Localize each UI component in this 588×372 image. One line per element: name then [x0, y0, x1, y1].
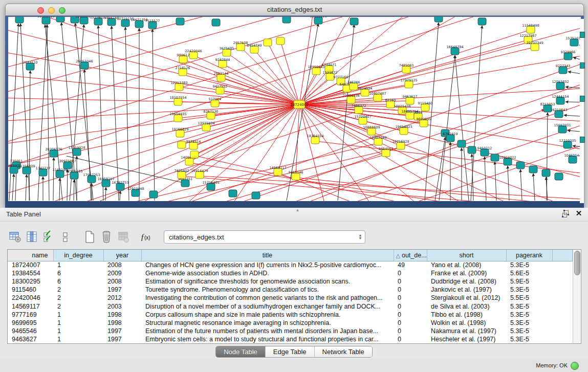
graph-node-label: 9844 [414, 111, 423, 115]
table-panel-header: ▲ Table Panel ✕ [0, 208, 588, 222]
network-graph[interactable]: 1405572420691406106532871527602764661601… [8, 17, 581, 201]
close-panel-icon[interactable]: ✕ [575, 209, 583, 217]
table-row[interactable]: 1872400712008Changes of HCN gene express… [8, 261, 573, 269]
table-row[interactable]: 969969511998Structural magnetic resonanc… [8, 319, 573, 327]
table-row[interactable]: 1938455462009Genome-wide association stu… [8, 269, 573, 277]
graph-node-label: 2033110 [23, 60, 38, 64]
column-header-filler [552, 250, 573, 261]
graph-node[interactable] [434, 17, 443, 22]
graph-nodes: 1405572420691406106532871527602764661601… [8, 17, 581, 199]
graph-node[interactable] [190, 151, 199, 158]
tab-network-table[interactable]: Network Table [315, 346, 372, 357]
table-selector-dropdown[interactable]: citations_edges.txt▲▼ [164, 230, 365, 244]
graph-node[interactable] [542, 169, 550, 177]
column-header-year[interactable]: year [103, 250, 141, 261]
background-window-edge [580, 19, 584, 203]
table-row[interactable]: 946554611997Estimation of the future num… [8, 327, 573, 335]
table-cell: Investigating the contribution of common… [141, 294, 394, 302]
table-row[interactable]: 977716911998Corpus callosum shape and si… [8, 311, 573, 319]
graph-node-label: 2957608 [233, 41, 248, 45]
graph-node[interactable] [229, 190, 237, 197]
graph-node-label: 16210643 [550, 108, 567, 112]
table-row[interactable]: 1830029562008Estimation of significance … [8, 277, 573, 286]
table-mode-icon[interactable] [7, 229, 23, 245]
graph-node[interactable] [350, 18, 358, 25]
float-panel-icon[interactable] [561, 209, 570, 217]
table-cell: 1998 [103, 311, 141, 319]
graph-node-label: 11156809 [18, 164, 35, 168]
table-cell: 0 [394, 335, 427, 343]
function-builder-icon[interactable]: f(x) [140, 229, 155, 245]
tab-edge-table[interactable]: Edge Table [266, 346, 315, 357]
graph-node[interactable] [478, 18, 486, 25]
graph-node-label: 9777169 [334, 75, 349, 79]
graph-node[interactable] [468, 146, 476, 154]
table-cell: Stergiakouli et al. (2012) [427, 294, 506, 302]
graph-node-label: 22420046 [185, 49, 202, 53]
table-cell: 5.3E-5 [506, 302, 552, 310]
graph-node[interactable] [149, 191, 158, 198]
column-header-pagerank[interactable]: pagerank [506, 250, 552, 261]
column-header-indegree[interactable]: in_degree [53, 250, 103, 261]
zoom-window-button[interactable] [59, 7, 66, 14]
table-cell: 2009 [103, 269, 141, 277]
graph-node[interactable] [178, 141, 186, 148]
table-scrollbar-thumb[interactable] [574, 251, 580, 275]
column-header-title[interactable]: title [141, 250, 394, 261]
table-scrollbar[interactable] [573, 250, 581, 343]
column-header-outde[interactable]: △out_de... [394, 250, 427, 261]
show-columns-icon[interactable] [24, 229, 39, 245]
graph-node-label: 30975887 [59, 159, 76, 163]
graph-node[interactable] [176, 18, 184, 25]
table-row[interactable]: 1456911722003Disruption of a novel membe… [8, 302, 573, 310]
deselect-all-icon[interactable] [58, 229, 73, 245]
graph-node-label: 12444154 [552, 95, 569, 99]
graph-node[interactable] [516, 162, 525, 169]
graph-node-label: 9450212 [477, 146, 492, 150]
graph-node-label: 18807249 [369, 136, 386, 140]
table-panel: ▲ Table Panel ✕ f(x)citations_edges.txt▲… [0, 208, 588, 372]
table-row[interactable]: 946362711997Embryonic stem cells: a mode… [8, 335, 573, 343]
graph-node[interactable] [555, 173, 563, 180]
minimize-window-button[interactable] [48, 7, 55, 14]
graph-node[interactable] [529, 166, 537, 173]
node-table[interactable]: namein_degreeyeartitle△out_de...shortpag… [8, 250, 573, 343]
graph-node[interactable] [15, 17, 24, 23]
network-canvas[interactable]: 1405572420691406106532871527602764661601… [8, 17, 581, 201]
graph-node[interactable] [491, 154, 499, 161]
new-table-icon[interactable] [82, 229, 97, 245]
tab-node-table[interactable]: Node Table [216, 346, 266, 357]
graph-node[interactable] [264, 39, 272, 46]
table-cell: 1997 [103, 335, 141, 343]
graph-node-label: 8215953 [540, 102, 555, 106]
column-header-short[interactable]: short [427, 250, 506, 261]
table-row[interactable]: 2242004622012Investigating the contribut… [8, 294, 573, 302]
table-row[interactable]: 911546021997Tourette syndrome. Phenomeno… [8, 286, 573, 294]
svg-text:(x): (x) [144, 235, 150, 240]
select-all-icon[interactable] [41, 229, 56, 245]
graph-node[interactable] [56, 17, 64, 22]
network-window-titlebar[interactable]: citations_edges.txt [5, 4, 584, 16]
graph-node-label: 15716485 [202, 181, 219, 185]
graph-node[interactable] [252, 192, 260, 199]
graph-node-label: 9465546 [289, 170, 303, 174]
graph-node-label: 9484067 [379, 147, 394, 151]
table-cell: 18300295 [8, 277, 53, 286]
table-cell: 5.3E-5 [506, 261, 552, 269]
table-cell: 1 [53, 319, 103, 327]
table-cell: 0 [394, 311, 427, 319]
panel-resize-handle[interactable]: ▲ [294, 208, 301, 212]
table-cell: 5.6E-5 [506, 269, 552, 277]
graph-node[interactable] [458, 140, 466, 147]
close-window-button[interactable] [37, 7, 44, 14]
graph-node[interactable] [282, 17, 291, 23]
import-table-icon[interactable] [116, 229, 131, 245]
table-cell: 14569117 [8, 302, 53, 310]
table-cell: 5.3E-5 [506, 335, 552, 343]
column-header-name[interactable]: name [8, 250, 53, 261]
delete-table-icon[interactable] [99, 229, 114, 245]
table-cell: 0 [394, 294, 427, 302]
graph-node[interactable] [276, 37, 285, 45]
graph-node-label: 17975125 [400, 78, 417, 82]
graph-node[interactable] [212, 19, 220, 26]
